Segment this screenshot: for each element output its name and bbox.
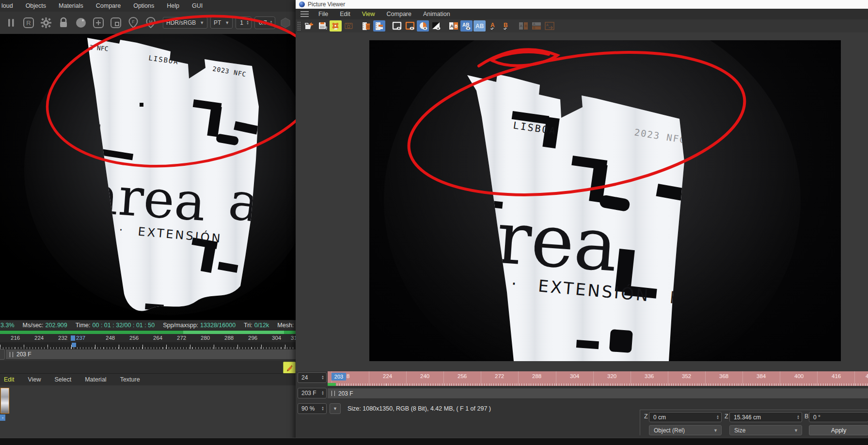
timeline-footer [0,361,296,373]
menu-material[interactable]: Material [78,376,113,383]
timeline-ruler[interactable]: 216 224 232 237 248 256 264 272 280 288 … [0,334,296,342]
track-handle-icon [10,352,13,357]
apply-button[interactable]: Apply [809,425,868,435]
pv-menu-edit[interactable]: Edit [334,11,356,17]
ruler-label: 272 [495,373,504,379]
menu-cloud[interactable]: loud [0,2,19,9]
pv-animation-track[interactable]: 203 F [328,388,868,399]
material-tag-badge: ▫ [0,414,5,421]
render-viewport[interactable]: 3 NFC LISBOA 2023 NFC area a DE · EXTENS… [0,34,296,320]
svg-text:B: B [524,24,527,28]
region-render-button[interactable] [74,15,88,31]
clapper-button-disabled[interactable] [343,20,355,32]
bw-compare-button[interactable] [430,20,442,32]
size-mode-value: Size [734,427,745,434]
render-progress-bar [0,330,296,334]
toolbar-separator [386,20,390,32]
ab-compare-eye-button[interactable]: AB [460,20,473,32]
pv-menu-animation[interactable]: Animation [417,11,456,17]
lock-button[interactable] [56,15,71,31]
chevron-down-icon: ▼ [713,428,718,433]
crop-region-button[interactable] [109,15,123,31]
stepper-arrows-icon: ▲▼ [246,20,249,25]
save-image-button[interactable]: ? [316,20,329,32]
current-frame-marker[interactable]: 237 [71,335,85,341]
menu-gui[interactable]: GUI [186,2,209,9]
menu-options[interactable]: Options [127,2,160,9]
zoom-stepper[interactable]: 90 % ▲▼ [298,403,327,414]
pv-current-frame-marker[interactable]: 203 [331,373,346,381]
frame-stepper[interactable]: 203 F ▲▼ [298,388,327,398]
pv-menu-compare[interactable]: Compare [381,11,417,17]
exposure-stepper[interactable]: 0.7 ▲▼ [254,16,275,29]
pv-flag-image: LISBOA 2023 NFC area a DE · EXTENSIÓN DE [369,40,841,361]
pv-canvas[interactable]: LISBOA 2023 NFC area a DE · EXTENSIÓN DE [296,32,868,371]
ab-sphere-compare-button[interactable] [417,20,429,32]
material-ball-button[interactable] [278,15,293,31]
z-size-field[interactable]: 15.346 cm ▲▼ [729,412,802,422]
pv-menu-file[interactable]: File [313,11,334,17]
samples-stepper[interactable]: 1 ▲▼ [236,16,252,29]
render-settings-button[interactable] [39,15,53,31]
menu-objects[interactable]: Objects [19,2,52,9]
hamburger-icon[interactable] [300,11,309,17]
ab-large-button[interactable]: AB [473,20,486,32]
ruler-label: 224 [34,335,44,341]
pv-titlebar[interactable]: Picture Viewer [296,0,868,9]
playhead-marker[interactable] [72,343,76,347]
z-position-field[interactable]: 0 cm ▲▼ [649,412,722,422]
lock-icon [57,16,70,29]
b-rotation-field[interactable]: 0 ° [809,412,868,422]
size-mode-select[interactable]: Size ▼ [729,425,802,435]
frame-eye-icon [392,22,402,31]
pv-menu-view[interactable]: View [356,11,381,17]
menu-edit[interactable]: Edit [0,376,21,383]
animation-track[interactable]: 203 F [6,349,296,360]
coord-mode-select[interactable]: Object (Rel) ▼ [649,425,722,435]
pause-button[interactable] [4,15,18,31]
single-image-mode-button[interactable] [391,20,403,32]
open-image-button[interactable] [303,20,316,32]
ab-stack-button-disabled[interactable]: AB [530,20,542,32]
svg-text:B: B [455,24,458,29]
menu-view[interactable]: View [21,376,48,383]
set-b-icon: B [501,22,511,31]
set-image-a-button[interactable]: A [487,20,499,32]
pv-image[interactable]: LISBOA 2023 NFC area a DE · EXTENSIÓN DE [369,40,841,361]
ruler-label: 288 [532,373,541,379]
history-panel-button[interactable] [373,20,385,32]
render-to-pv-button[interactable] [330,20,342,32]
ruler-label: 240 [420,373,429,379]
ruler-label: 304 [272,335,281,341]
color-mode-select[interactable]: HDR/sRGB ▼ [163,17,207,29]
annotate-tool-button[interactable] [283,362,296,374]
pause-icon [6,17,16,28]
menu-compare[interactable]: Compare [90,2,127,9]
add-region-button[interactable] [91,15,106,31]
bottom-strip [0,438,868,445]
pv-timeline-ruler[interactable]: 203 8 224 240 256 272 288 304 320 336 35… [328,371,868,386]
set-image-b-button[interactable]: B [500,20,512,32]
toolbar-grip[interactable] [297,21,301,31]
compare-image-mode-button[interactable] [404,20,416,32]
ruler-label: 400 [794,373,804,379]
menu-materials[interactable]: Materials [52,2,90,9]
render-toolbar: R F M HDR/sRGB [0,12,296,34]
clear-history-button[interactable] [360,20,372,32]
ruler-label: 232 [58,335,67,341]
material-thumbnail[interactable] [0,388,9,413]
swap-ab-button-disabled[interactable]: AB [517,20,529,32]
ab-split-button[interactable]: AB [447,20,459,32]
frame-mini-stepper[interactable] [0,349,5,360]
menu-select[interactable]: Select [47,376,78,383]
ruler-label: 288 [224,335,234,341]
engine-select[interactable]: PT ▼ [210,17,233,29]
material-pick-button[interactable]: M [143,15,158,31]
ab-link-button-disabled[interactable]: A [543,20,555,32]
focus-pick-button[interactable]: F [126,15,141,31]
timeline-ticks[interactable] [0,342,296,349]
menu-texture[interactable]: Texture [113,376,147,383]
fps-stepper[interactable]: 24 ▲▼ [298,372,327,383]
menu-help[interactable]: Help [160,2,186,9]
restart-render-button[interactable]: R [21,15,36,31]
